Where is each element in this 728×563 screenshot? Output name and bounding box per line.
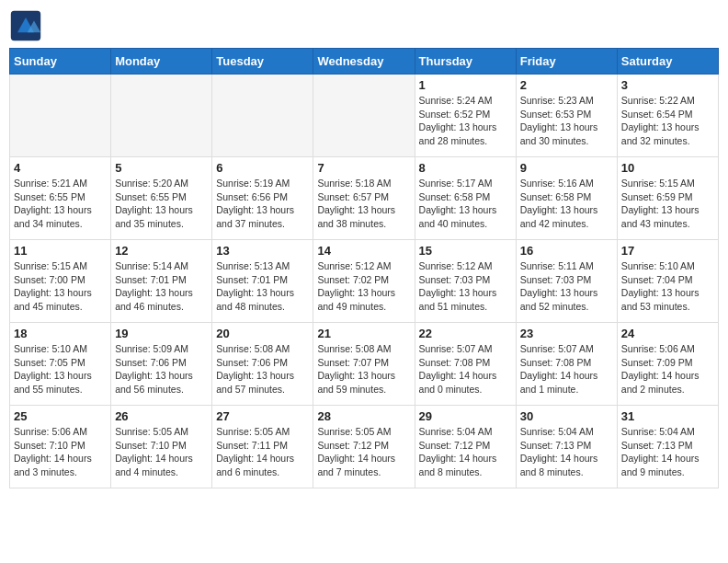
- day-cell: 31Sunrise: 5:04 AM Sunset: 7:13 PM Dayli…: [617, 406, 718, 488]
- day-number: 13: [216, 244, 309, 258]
- day-info: Sunrise: 5:05 AM Sunset: 7:12 PM Dayligh…: [317, 425, 410, 479]
- day-cell: [111, 75, 212, 157]
- day-info: Sunrise: 5:16 AM Sunset: 6:58 PM Dayligh…: [520, 177, 613, 231]
- day-number: 26: [115, 409, 208, 423]
- day-number: 23: [520, 327, 613, 340]
- day-number: 19: [115, 327, 208, 340]
- day-info: Sunrise: 5:05 AM Sunset: 7:11 PM Dayligh…: [216, 425, 309, 479]
- day-cell: 3Sunrise: 5:22 AM Sunset: 6:54 PM Daylig…: [617, 75, 718, 157]
- day-info: Sunrise: 5:18 AM Sunset: 6:57 PM Dayligh…: [317, 177, 410, 231]
- day-number: 16: [520, 244, 613, 258]
- day-info: Sunrise: 5:10 AM Sunset: 7:04 PM Dayligh…: [621, 259, 714, 314]
- day-cell: 19Sunrise: 5:09 AM Sunset: 7:06 PM Dayli…: [111, 323, 212, 406]
- day-number: 25: [14, 409, 107, 423]
- calendar-table: SundayMondayTuesdayWednesdayThursdayFrid…: [9, 48, 719, 488]
- day-number: 12: [115, 244, 208, 258]
- day-info: Sunrise: 5:13 AM Sunset: 7:01 PM Dayligh…: [216, 259, 309, 314]
- day-info: Sunrise: 5:22 AM Sunset: 6:54 PM Dayligh…: [621, 94, 714, 148]
- day-cell: 26Sunrise: 5:05 AM Sunset: 7:10 PM Dayli…: [111, 406, 212, 488]
- day-info: Sunrise: 5:11 AM Sunset: 7:03 PM Dayligh…: [520, 259, 613, 314]
- logo: [9, 9, 46, 42]
- day-info: Sunrise: 5:10 AM Sunset: 7:05 PM Dayligh…: [14, 342, 107, 396]
- day-number: 1: [419, 78, 512, 92]
- day-number: 24: [621, 327, 714, 340]
- day-number: 2: [520, 78, 613, 92]
- day-cell: 15Sunrise: 5:12 AM Sunset: 7:03 PM Dayli…: [415, 240, 516, 323]
- day-number: 5: [115, 161, 208, 175]
- week-row-3: 11Sunrise: 5:15 AM Sunset: 7:00 PM Dayli…: [10, 240, 719, 323]
- day-cell: 27Sunrise: 5:05 AM Sunset: 7:11 PM Dayli…: [212, 406, 313, 488]
- day-header-wednesday: Wednesday: [313, 49, 415, 75]
- day-number: 3: [621, 78, 714, 92]
- day-info: Sunrise: 5:12 AM Sunset: 7:03 PM Dayligh…: [419, 259, 512, 314]
- day-info: Sunrise: 5:21 AM Sunset: 6:55 PM Dayligh…: [14, 177, 107, 231]
- day-info: Sunrise: 5:05 AM Sunset: 7:10 PM Dayligh…: [115, 425, 208, 479]
- day-cell: 18Sunrise: 5:10 AM Sunset: 7:05 PM Dayli…: [10, 323, 111, 406]
- day-number: 29: [419, 409, 512, 423]
- logo-icon: [9, 9, 42, 42]
- day-number: 9: [520, 161, 613, 175]
- day-cell: 1Sunrise: 5:24 AM Sunset: 6:52 PM Daylig…: [415, 75, 516, 157]
- day-info: Sunrise: 5:08 AM Sunset: 7:06 PM Dayligh…: [216, 342, 309, 396]
- day-number: 31: [621, 409, 714, 423]
- day-info: Sunrise: 5:04 AM Sunset: 7:12 PM Dayligh…: [419, 425, 512, 479]
- day-number: 8: [419, 161, 512, 175]
- day-number: 10: [621, 161, 714, 175]
- day-info: Sunrise: 5:07 AM Sunset: 7:08 PM Dayligh…: [520, 342, 613, 396]
- day-cell: 5Sunrise: 5:20 AM Sunset: 6:55 PM Daylig…: [111, 157, 212, 240]
- day-number: 18: [14, 327, 107, 340]
- day-cell: 16Sunrise: 5:11 AM Sunset: 7:03 PM Dayli…: [516, 240, 617, 323]
- days-of-week-row: SundayMondayTuesdayWednesdayThursdayFrid…: [10, 49, 719, 75]
- day-cell: 10Sunrise: 5:15 AM Sunset: 6:59 PM Dayli…: [617, 157, 718, 240]
- day-number: 30: [520, 409, 613, 423]
- day-cell: 13Sunrise: 5:13 AM Sunset: 7:01 PM Dayli…: [212, 240, 313, 323]
- day-cell: [313, 75, 415, 157]
- page-header: [9, 9, 719, 42]
- day-number: 17: [621, 244, 714, 258]
- day-number: 6: [216, 161, 309, 175]
- day-number: 21: [317, 327, 410, 340]
- day-info: Sunrise: 5:20 AM Sunset: 6:55 PM Dayligh…: [115, 177, 208, 231]
- day-info: Sunrise: 5:14 AM Sunset: 7:01 PM Dayligh…: [115, 259, 208, 314]
- day-cell: 21Sunrise: 5:08 AM Sunset: 7:07 PM Dayli…: [313, 323, 415, 406]
- day-info: Sunrise: 5:19 AM Sunset: 6:56 PM Dayligh…: [216, 177, 309, 231]
- day-number: 14: [317, 244, 410, 258]
- day-info: Sunrise: 5:09 AM Sunset: 7:06 PM Dayligh…: [115, 342, 208, 396]
- day-info: Sunrise: 5:15 AM Sunset: 7:00 PM Dayligh…: [14, 259, 107, 314]
- day-info: Sunrise: 5:24 AM Sunset: 6:52 PM Dayligh…: [419, 94, 512, 148]
- day-cell: 12Sunrise: 5:14 AM Sunset: 7:01 PM Dayli…: [111, 240, 212, 323]
- day-number: 15: [419, 244, 512, 258]
- day-header-tuesday: Tuesday: [212, 49, 313, 75]
- day-cell: 7Sunrise: 5:18 AM Sunset: 6:57 PM Daylig…: [313, 157, 415, 240]
- day-cell: 2Sunrise: 5:23 AM Sunset: 6:53 PM Daylig…: [516, 75, 617, 157]
- day-number: 7: [317, 161, 410, 175]
- day-number: 11: [14, 244, 107, 258]
- day-number: 22: [419, 327, 512, 340]
- day-info: Sunrise: 5:06 AM Sunset: 7:09 PM Dayligh…: [621, 342, 714, 396]
- day-cell: 23Sunrise: 5:07 AM Sunset: 7:08 PM Dayli…: [516, 323, 617, 406]
- day-header-saturday: Saturday: [617, 49, 718, 75]
- day-cell: 29Sunrise: 5:04 AM Sunset: 7:12 PM Dayli…: [415, 406, 516, 488]
- day-info: Sunrise: 5:15 AM Sunset: 6:59 PM Dayligh…: [621, 177, 714, 231]
- day-cell: 20Sunrise: 5:08 AM Sunset: 7:06 PM Dayli…: [212, 323, 313, 406]
- day-info: Sunrise: 5:08 AM Sunset: 7:07 PM Dayligh…: [317, 342, 410, 396]
- week-row-5: 25Sunrise: 5:06 AM Sunset: 7:10 PM Dayli…: [10, 406, 719, 488]
- day-info: Sunrise: 5:07 AM Sunset: 7:08 PM Dayligh…: [419, 342, 512, 396]
- day-cell: 6Sunrise: 5:19 AM Sunset: 6:56 PM Daylig…: [212, 157, 313, 240]
- day-cell: 9Sunrise: 5:16 AM Sunset: 6:58 PM Daylig…: [516, 157, 617, 240]
- day-info: Sunrise: 5:04 AM Sunset: 7:13 PM Dayligh…: [520, 425, 613, 479]
- day-cell: 17Sunrise: 5:10 AM Sunset: 7:04 PM Dayli…: [617, 240, 718, 323]
- day-cell: 22Sunrise: 5:07 AM Sunset: 7:08 PM Dayli…: [415, 323, 516, 406]
- day-cell: 28Sunrise: 5:05 AM Sunset: 7:12 PM Dayli…: [313, 406, 415, 488]
- day-cell: 14Sunrise: 5:12 AM Sunset: 7:02 PM Dayli…: [313, 240, 415, 323]
- day-number: 4: [14, 161, 107, 175]
- day-number: 27: [216, 409, 309, 423]
- week-row-2: 4Sunrise: 5:21 AM Sunset: 6:55 PM Daylig…: [10, 157, 719, 240]
- day-cell: 4Sunrise: 5:21 AM Sunset: 6:55 PM Daylig…: [10, 157, 111, 240]
- day-header-thursday: Thursday: [415, 49, 516, 75]
- day-info: Sunrise: 5:17 AM Sunset: 6:58 PM Dayligh…: [419, 177, 512, 231]
- day-cell: 11Sunrise: 5:15 AM Sunset: 7:00 PM Dayli…: [10, 240, 111, 323]
- day-info: Sunrise: 5:06 AM Sunset: 7:10 PM Dayligh…: [14, 425, 107, 479]
- calendar-header: SundayMondayTuesdayWednesdayThursdayFrid…: [10, 49, 719, 75]
- day-cell: 30Sunrise: 5:04 AM Sunset: 7:13 PM Dayli…: [516, 406, 617, 488]
